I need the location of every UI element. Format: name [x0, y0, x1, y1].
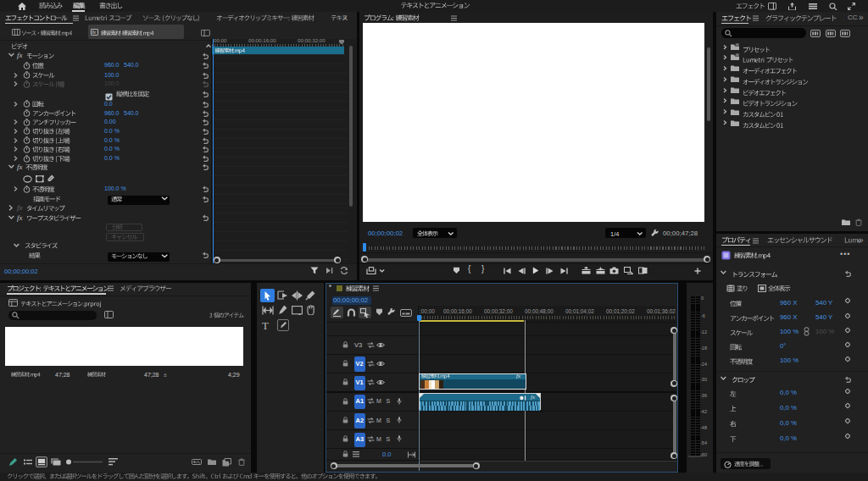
svg-text:fx: fx — [92, 30, 97, 35]
